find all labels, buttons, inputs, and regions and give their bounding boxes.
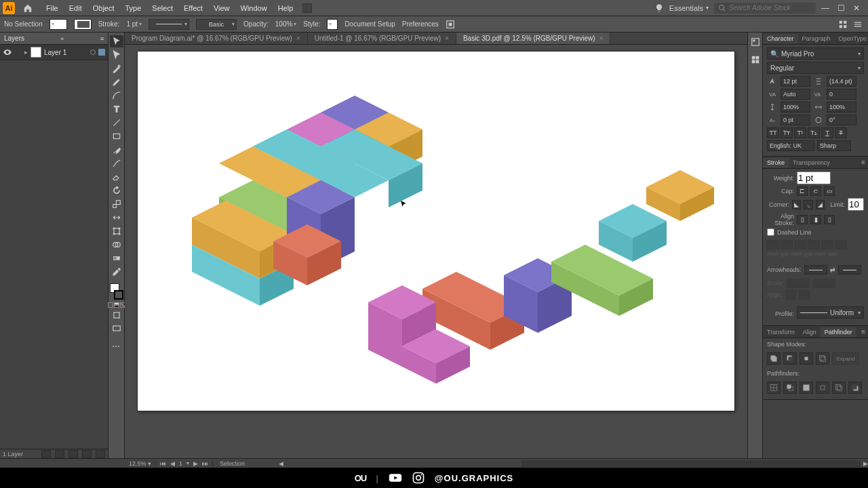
cap-round-icon[interactable]: ⊂	[810, 186, 821, 196]
stroke-weight-input[interactable]	[797, 171, 831, 184]
baseline-shift-input[interactable]	[781, 115, 810, 125]
intersect-icon[interactable]	[800, 352, 813, 365]
opacity-input[interactable]: 100%	[275, 20, 297, 28]
corner-miter-icon[interactable]: ◣	[792, 200, 802, 209]
first-artboard-icon[interactable]: ⏮	[160, 460, 166, 467]
horizontal-scale-input[interactable]	[827, 102, 856, 113]
menu-window[interactable]: Window	[235, 2, 273, 14]
align-stroke-inside-icon[interactable]: ▮	[810, 215, 821, 224]
artboard-navigation[interactable]: ⏮ ◀ 1 ▾ ▶ ⏭	[156, 460, 213, 467]
menu-file[interactable]: File	[41, 2, 64, 14]
font-style-select[interactable]: Regular	[767, 62, 864, 74]
make-clip-mask-icon[interactable]	[55, 450, 64, 458]
brush-definition[interactable]: Basic	[196, 19, 237, 30]
next-artboard-icon[interactable]: ▶	[193, 460, 198, 467]
layer-row[interactable]: ▸ Layer 1	[0, 45, 108, 60]
curvature-tool[interactable]	[110, 89, 123, 102]
stroke-well[interactable]	[114, 290, 123, 300]
outline-icon[interactable]	[832, 382, 846, 394]
free-transform-tool[interactable]	[110, 225, 123, 237]
dashed-line-checkbox[interactable]	[767, 228, 774, 236]
expand-chevron-icon[interactable]: ▸	[24, 49, 28, 56]
edit-toolbar-button[interactable]: •••	[113, 343, 120, 349]
exclude-icon[interactable]	[816, 352, 829, 365]
paragraph-tab[interactable]: Paragraph	[798, 34, 835, 43]
cap-projecting-icon[interactable]: ▭	[824, 186, 835, 196]
close-tab-icon[interactable]: ×	[599, 35, 604, 42]
canvas[interactable]	[125, 45, 747, 458]
menu-type[interactable]: Type	[120, 2, 147, 14]
new-sublayer-icon[interactable]	[68, 450, 78, 458]
menu-edit[interactable]: Edit	[64, 2, 87, 14]
eraser-tool[interactable]	[110, 171, 123, 183]
properties-panel-icon[interactable]	[750, 37, 761, 47]
type-tool[interactable]	[110, 103, 123, 115]
panel-collapse-icon[interactable]: «	[60, 35, 64, 42]
rotate-tool[interactable]	[110, 184, 123, 197]
superscript-button[interactable]: T¹	[794, 127, 806, 138]
line-segment-tool[interactable]	[110, 117, 123, 129]
prev-artboard-icon[interactable]: ◀	[170, 460, 175, 467]
pathfinder-tab[interactable]: Pathfinder	[821, 327, 856, 337]
menu-effect[interactable]: Effect	[178, 2, 208, 14]
corner-bevel-icon[interactable]: ◢	[816, 200, 825, 209]
delete-layer-icon[interactable]	[96, 450, 105, 458]
fill-stroke-wells[interactable]	[110, 283, 123, 300]
home-button[interactable]	[20, 2, 35, 14]
merge-icon[interactable]	[800, 382, 813, 394]
character-tab[interactable]: Character	[763, 34, 798, 43]
panel-menu-icon[interactable]: ≡	[859, 328, 868, 336]
close-tab-icon[interactable]: ×	[445, 35, 449, 42]
minus-back-icon[interactable]	[848, 382, 862, 394]
visibility-eye-icon[interactable]	[3, 47, 12, 57]
draw-mode-normal[interactable]	[110, 309, 123, 321]
magic-wand-tool[interactable]	[110, 62, 123, 75]
unite-icon[interactable]	[767, 352, 781, 365]
stroke-swatch[interactable]	[74, 19, 92, 30]
profile-select[interactable]: Uniform	[797, 306, 864, 319]
arrowhead-start-select[interactable]	[804, 265, 827, 274]
layers-panel-tab[interactable]: Layers « ≡	[0, 33, 108, 45]
layer-target-icon[interactable]	[90, 49, 96, 55]
shaper-tool[interactable]	[110, 157, 123, 169]
stroke-tab[interactable]: Stroke	[763, 158, 789, 167]
corner-round-icon[interactable]: ◟	[804, 200, 813, 209]
preferences-button[interactable]: Preferences	[402, 20, 439, 28]
scroll-left-icon[interactable]: ◀	[279, 460, 283, 467]
trim-icon[interactable]	[783, 382, 797, 394]
align-to-icon[interactable]	[446, 20, 455, 29]
last-artboard-icon[interactable]: ⏭	[202, 460, 208, 467]
menu-select[interactable]: Select	[146, 2, 178, 14]
transform-tab[interactable]: Transform	[763, 327, 799, 337]
layer-name[interactable]: Layer 1	[44, 49, 87, 56]
document-tab[interactable]: Basic 3D.pdf @ 12.5% (RGB/GPU Preview)×	[456, 33, 611, 44]
stroke-weight-input[interactable]: 1 pt	[126, 20, 142, 28]
horizontal-scrollbar[interactable]	[521, 460, 861, 467]
stock-search-input[interactable]	[729, 4, 810, 12]
gradient-tool[interactable]	[110, 252, 123, 264]
document-tab[interactable]: Program Diagram.ai* @ 16.67% (RGB/GPU Pr…	[125, 33, 308, 44]
cap-butt-icon[interactable]: ⊏	[797, 186, 808, 196]
shape-builder-tool[interactable]	[110, 239, 123, 251]
selection-tool[interactable]	[110, 35, 123, 47]
transparency-tab[interactable]: Transparency	[789, 158, 834, 167]
direct-selection-tool[interactable]	[110, 49, 123, 61]
tracking-input[interactable]	[827, 89, 856, 100]
align-stroke-outside-icon[interactable]: ▯	[824, 215, 835, 224]
libraries-panel-icon[interactable]	[750, 54, 761, 65]
char-rotation-input[interactable]	[827, 115, 856, 125]
align-tab[interactable]: Align	[799, 327, 821, 337]
font-family-select[interactable]: 🔍Myriad Pro	[767, 47, 864, 60]
subscript-button[interactable]: T₁	[808, 127, 820, 138]
arrowhead-end-select[interactable]	[838, 265, 861, 274]
search-stock-field[interactable]	[714, 3, 816, 14]
small-caps-button[interactable]: Tᴛ	[781, 127, 793, 138]
arrange-docs-icon[interactable]	[302, 3, 312, 13]
underline-button[interactable]: T	[821, 127, 833, 138]
variable-width-profile[interactable]	[149, 19, 189, 30]
divide-icon[interactable]	[767, 382, 781, 394]
new-layer-icon[interactable]	[82, 450, 92, 458]
minimize-button[interactable]: —	[821, 3, 829, 13]
close-tab-icon[interactable]: ×	[296, 35, 300, 42]
graphic-style[interactable]	[327, 19, 338, 30]
